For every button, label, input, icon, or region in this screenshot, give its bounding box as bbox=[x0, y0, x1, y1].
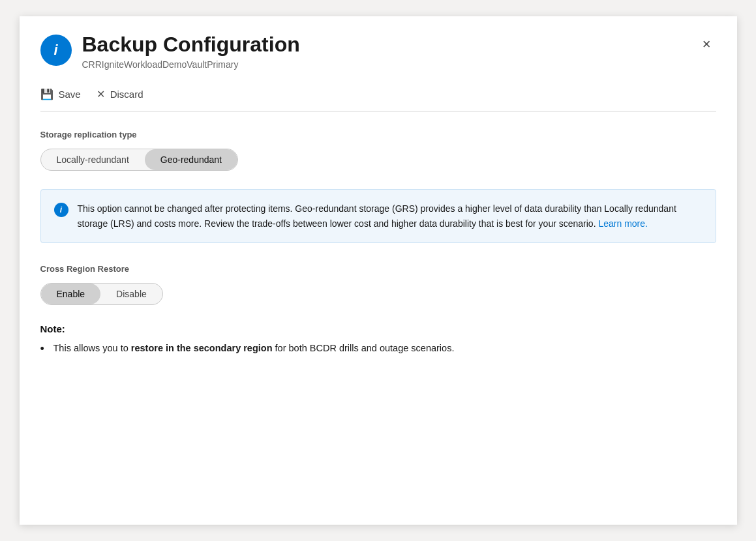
toggle-enable[interactable]: Enable bbox=[41, 284, 101, 304]
toolbar: 💾 Save ✕ Discard bbox=[20, 80, 737, 111]
backup-config-dialog: i Backup Configuration CRRIgniteWorkload… bbox=[20, 16, 737, 525]
info-box-text: This option cannot be changed after prot… bbox=[78, 201, 703, 231]
dialog-title: Backup Configuration bbox=[82, 32, 300, 57]
discard-icon: ✕ bbox=[97, 88, 105, 100]
close-button[interactable]: × bbox=[697, 35, 716, 54]
cross-region-section: Cross Region Restore Enable Disable bbox=[40, 264, 716, 305]
list-item: This allows you to restore in the second… bbox=[40, 341, 716, 356]
cross-region-label: Cross Region Restore bbox=[40, 264, 716, 274]
dialog-header: i Backup Configuration CRRIgniteWorkload… bbox=[20, 16, 737, 80]
dialog-subtitle: CRRIgniteWorkloadDemoVaultPrimary bbox=[82, 59, 300, 70]
note-list: This allows you to restore in the second… bbox=[40, 341, 716, 356]
note-label: Note: bbox=[40, 323, 716, 334]
info-icon-small: i bbox=[54, 203, 68, 217]
storage-replication-toggle: Locally-redundant Geo-redundant bbox=[40, 149, 238, 171]
info-box: i This option cannot be changed after pr… bbox=[40, 189, 716, 243]
save-button[interactable]: 💾 Save bbox=[40, 85, 81, 103]
toggle-disable[interactable]: Disable bbox=[100, 284, 162, 304]
note-section: Note: This allows you to restore in the … bbox=[40, 323, 716, 356]
toggle-locally-redundant[interactable]: Locally-redundant bbox=[41, 149, 145, 170]
storage-replication-section: Storage replication type Locally-redunda… bbox=[40, 130, 716, 171]
save-icon: 💾 bbox=[40, 88, 53, 100]
header-left: i Backup Configuration CRRIgniteWorkload… bbox=[40, 32, 300, 70]
content-area: Storage replication type Locally-redunda… bbox=[20, 111, 737, 374]
learn-more-link[interactable]: Learn more. bbox=[598, 218, 647, 229]
discard-button[interactable]: ✕ Discard bbox=[97, 85, 144, 103]
title-group: Backup Configuration CRRIgniteWorkloadDe… bbox=[82, 32, 300, 70]
info-icon-large: i bbox=[40, 35, 72, 66]
cross-region-toggle: Enable Disable bbox=[40, 283, 163, 305]
toggle-geo-redundant[interactable]: Geo-redundant bbox=[145, 149, 237, 170]
storage-replication-label: Storage replication type bbox=[40, 130, 716, 139]
